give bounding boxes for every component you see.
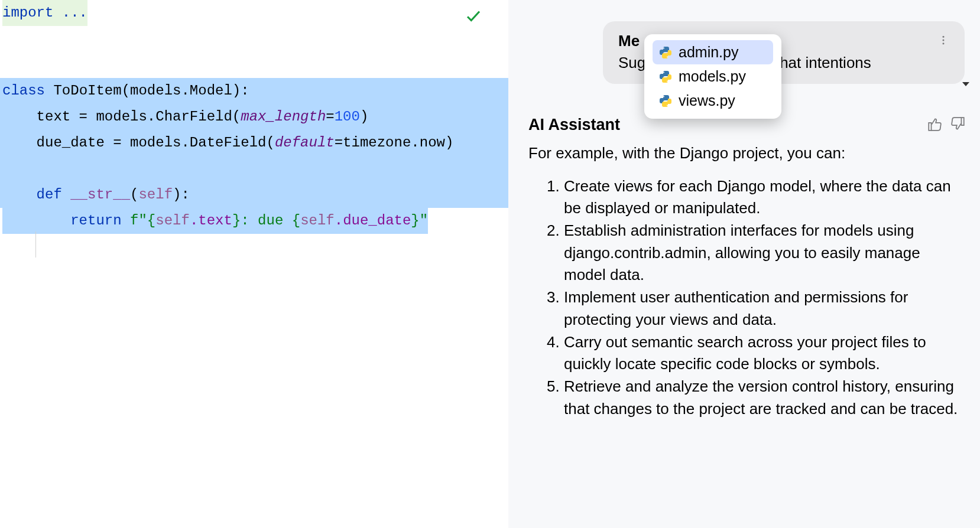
thumbs-down-icon[interactable] <box>950 116 966 134</box>
list-item: Retrieve and analyze the version control… <box>564 376 966 420</box>
file-option-views[interactable]: views.py <box>653 89 773 113</box>
svg-point-2 <box>943 43 945 44</box>
svg-point-3 <box>663 47 664 48</box>
list-item: Create views for each Django model, wher… <box>564 175 966 220</box>
python-file-icon <box>658 94 673 108</box>
code-line[interactable]: text = models.CharField(max_length=100) <box>0 104 508 130</box>
svg-point-8 <box>667 105 668 106</box>
file-option-models[interactable]: models.py <box>653 64 773 89</box>
attachment-file-popup: admin.py models.py views.py <box>644 34 781 119</box>
import-fold[interactable]: import ... <box>2 5 87 21</box>
assistant-message: AI Assistant For example, with the Djang… <box>528 116 966 420</box>
svg-point-0 <box>943 35 945 37</box>
code-line[interactable]: due_date = models.DateField(default=time… <box>0 130 508 156</box>
python-file-icon <box>658 45 673 60</box>
sender-label: Me <box>618 32 640 50</box>
file-option-admin[interactable]: admin.py <box>653 40 773 64</box>
svg-point-7 <box>663 96 664 97</box>
code-editor[interactable]: import ... class ToDoItem(models.Model):… <box>0 0 508 528</box>
svg-point-5 <box>663 71 664 73</box>
list-item: Carry out semantic search across your pr… <box>564 331 966 376</box>
code-line-blank <box>0 156 508 182</box>
python-file-icon <box>658 70 673 84</box>
code-line[interactable]: class ToDoItem(models.Model): <box>0 78 508 104</box>
message-menu-icon[interactable] <box>937 34 949 48</box>
svg-point-6 <box>667 80 668 82</box>
thumbs-up-icon[interactable] <box>927 116 942 134</box>
list-item: Implement user authentication and permis… <box>564 286 966 331</box>
attachment-dropdown-indicator <box>962 82 969 86</box>
ai-chat-panel: Me Suggest some smaart chat intentions a… <box>508 0 980 528</box>
code-line-blank <box>0 26 508 52</box>
code-line[interactable]: import ... <box>0 0 508 26</box>
assistant-suggestion-list: Create views for each Django model, wher… <box>528 175 966 421</box>
file-label: admin.py <box>679 44 738 61</box>
assistant-label: AI Assistant <box>528 116 620 134</box>
indent-guide <box>35 232 36 258</box>
assistant-intro-text: For example, with the Django project, yo… <box>528 142 966 165</box>
code-line-blank <box>0 52 508 78</box>
file-label: views.py <box>679 92 735 109</box>
list-item: Establish administration interfaces for … <box>564 220 966 286</box>
svg-point-4 <box>667 56 668 57</box>
code-line[interactable]: return f"{self.text}: due {self.due_date… <box>0 208 508 234</box>
svg-point-1 <box>943 39 945 41</box>
code-line[interactable]: def __str__(self): <box>0 182 508 208</box>
file-label: models.py <box>679 68 746 85</box>
